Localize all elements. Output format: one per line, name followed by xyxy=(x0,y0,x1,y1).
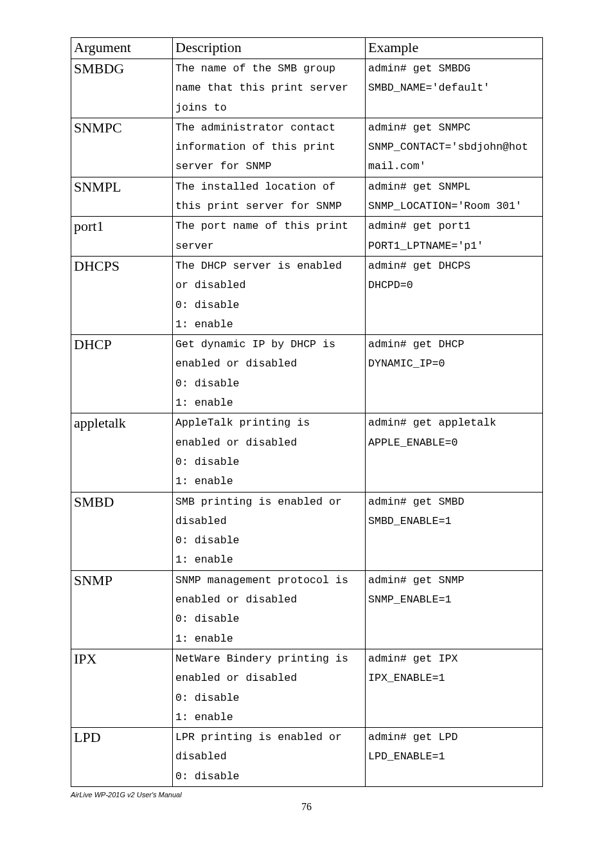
argument-cell: SMBDG xyxy=(71,59,173,118)
description-line: disabled xyxy=(175,512,362,531)
table-row: DHCPSThe DHCP server is enabledor disabl… xyxy=(71,256,543,334)
argument-cell: port1 xyxy=(71,217,173,257)
example-line: SMBD_ENABLE=1 xyxy=(368,512,540,531)
description-line: 0: disable xyxy=(175,374,362,393)
example-cell: admin# get SNMPCSNMP_CONTACT='sbdjohn@ho… xyxy=(366,118,543,177)
table-row: SMBDGThe name of the SMB groupname that … xyxy=(71,59,543,118)
description-line: The DHCP server is enabled xyxy=(175,257,362,276)
example-line xyxy=(368,531,540,550)
argument-cell: appletalk xyxy=(71,413,173,492)
argument-cell: DHCP xyxy=(71,335,173,413)
table-row: DHCPGet dynamic IP by DHCP isenabled or … xyxy=(71,335,543,413)
description-line: joins to xyxy=(175,98,362,118)
example-cell: admin# get port1PORT1_LPTNAME='p1' xyxy=(366,217,543,257)
example-line: admin# get DHCPS xyxy=(368,257,540,276)
example-line: PORT1_LPTNAME='p1' xyxy=(368,237,540,256)
description-line: 0: disable xyxy=(175,453,362,472)
example-cell: admin# get LPDLPD_ENABLE=1 xyxy=(366,728,543,787)
description-line: 0: disable xyxy=(175,531,362,550)
table-row: SNMPLThe installed location ofthis print… xyxy=(71,177,543,217)
argument-cell: SMBD xyxy=(71,492,173,570)
table-row: LPDLPR printing is enabled ordisabled0: … xyxy=(71,728,543,787)
description-line: 0: disable xyxy=(175,767,362,786)
description-line: enabled or disabled xyxy=(175,669,362,688)
table-row: SNMPSNMP management protocol isenabled o… xyxy=(71,570,543,649)
example-line xyxy=(368,374,540,393)
header-example: Example xyxy=(366,38,543,59)
description-line: or disabled xyxy=(175,276,362,295)
example-line xyxy=(368,315,540,334)
example-line: admin# get SNMPC xyxy=(368,118,540,138)
header-argument: Argument xyxy=(71,38,173,59)
example-line xyxy=(368,98,540,118)
example-line: admin# get SNMP xyxy=(368,571,540,590)
footer-text: AirLive WP-201G v2 User's Manual xyxy=(71,791,542,799)
example-line: SMBD_NAME='default' xyxy=(368,78,540,98)
description-line: enabled or disabled xyxy=(175,433,362,453)
example-cell: admin# get SNMPLSNMP_LOCATION='Room 301' xyxy=(366,177,543,217)
description-cell: The administrator contactinformation of … xyxy=(173,118,366,177)
example-line xyxy=(368,629,540,649)
description-cell: The DHCP server is enabledor disabled0: … xyxy=(173,256,366,334)
example-line: admin# get SMBD xyxy=(368,493,540,512)
description-line: 0: disable xyxy=(175,689,362,708)
argument-cell: DHCPS xyxy=(71,256,173,334)
example-cell: admin# get SMBDGSMBD_NAME='default' xyxy=(366,59,543,118)
example-line: admin# get DHCP xyxy=(368,335,540,354)
example-line: SNMP_CONTACT='sbdjohn@hot xyxy=(368,138,540,157)
example-line xyxy=(368,472,540,491)
description-cell: Get dynamic IP by DHCP isenabled or disa… xyxy=(173,335,366,413)
description-line: enabled or disabled xyxy=(175,590,362,610)
example-cell: admin# get IPXIPX_ENABLE=1 xyxy=(366,649,543,727)
example-line xyxy=(368,767,540,786)
example-cell: admin# get SNMPSNMP_ENABLE=1 xyxy=(366,570,543,649)
example-line: SNMP_LOCATION='Room 301' xyxy=(368,197,540,216)
example-line xyxy=(368,689,540,708)
description-line: server for SNMP xyxy=(175,157,362,176)
example-line: admin# get appletalk xyxy=(368,413,540,433)
description-cell: LPR printing is enabled ordisabled0: dis… xyxy=(173,728,366,787)
example-line: APPLE_ENABLE=0 xyxy=(368,433,540,453)
table-row: SMBDSMB printing is enabled ordisabled0:… xyxy=(71,492,543,570)
description-line: 1: enable xyxy=(175,393,362,413)
description-line: LPR printing is enabled or xyxy=(175,728,362,747)
example-cell: admin# get DHCPSDHCPD=0 xyxy=(366,256,543,334)
example-line: DYNAMIC_IP=0 xyxy=(368,354,540,374)
description-line: information of this print xyxy=(175,138,362,157)
example-line: DHCPD=0 xyxy=(368,276,540,295)
description-line: The administrator contact xyxy=(175,118,362,138)
argument-cell: IPX xyxy=(71,649,173,727)
description-line: name that this print server xyxy=(175,78,362,98)
page-number: 76 xyxy=(71,801,542,813)
description-line: NetWare Bindery printing is xyxy=(175,649,362,669)
description-line: 1: enable xyxy=(175,550,362,570)
description-line: Get dynamic IP by DHCP is xyxy=(175,335,362,354)
example-line xyxy=(368,453,540,472)
description-line: AppleTalk printing is xyxy=(175,413,362,433)
table-row: port1The port name of this printserverad… xyxy=(71,217,543,257)
example-line: SNMP_ENABLE=1 xyxy=(368,590,540,610)
table-row: IPXNetWare Bindery printing isenabled or… xyxy=(71,649,543,727)
header-description: Description xyxy=(173,38,366,59)
description-line: 1: enable xyxy=(175,472,362,491)
description-cell: SMB printing is enabled ordisabled0: dis… xyxy=(173,492,366,570)
example-line: admin# get SNMPL xyxy=(368,177,540,197)
example-line: admin# get port1 xyxy=(368,217,540,236)
example-cell: admin# get DHCPDYNAMIC_IP=0 xyxy=(366,335,543,413)
example-line xyxy=(368,296,540,315)
argument-cell: SNMPL xyxy=(71,177,173,217)
argument-cell: SNMPC xyxy=(71,118,173,177)
example-cell: admin# get appletalkAPPLE_ENABLE=0 xyxy=(366,413,543,492)
example-line: mail.com' xyxy=(368,157,540,176)
description-line: The installed location of xyxy=(175,177,362,197)
table-header-row: Argument Description Example xyxy=(71,38,543,59)
description-line: enabled or disabled xyxy=(175,354,362,374)
description-line: SNMP management protocol is xyxy=(175,571,362,590)
argument-cell: LPD xyxy=(71,728,173,787)
table-row: appletalkAppleTalk printing isenabled or… xyxy=(71,413,543,492)
description-cell: The name of the SMB groupname that this … xyxy=(173,59,366,118)
description-line: disabled xyxy=(175,747,362,766)
example-line: admin# get LPD xyxy=(368,728,540,747)
description-line: this print server for SNMP xyxy=(175,197,362,216)
description-line: server xyxy=(175,237,362,256)
